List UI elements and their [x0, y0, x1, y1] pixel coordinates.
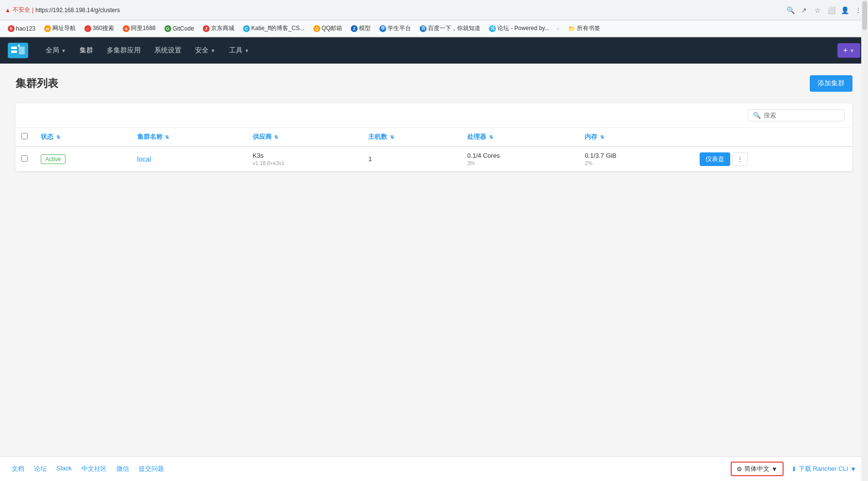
svg-rect-2: [11, 50, 17, 53]
nav-security-chevron: ▼: [211, 48, 215, 53]
app-container: 全局 ▼ 集群 多集群应用 系统设置 安全 ▼ 工具 ▼ +: [0, 37, 868, 481]
address-bar: ▲ 不安全 | https://192.168.198.14/g/cluster…: [0, 0, 868, 20]
nav-cluster[interactable]: 集群: [74, 43, 99, 58]
th-status[interactable]: 状态 ⇅: [35, 128, 131, 147]
bookmark-icon[interactable]: ☆: [813, 5, 822, 15]
cluster-table: 状态 ⇅ 集群名称 ⇅ 供应商 ⇅ 主机数 ⇅: [16, 128, 852, 171]
top-nav: 全局 ▼ 集群 多集群应用 系统设置 安全 ▼ 工具 ▼ +: [0, 37, 868, 64]
logo-icon: [8, 43, 28, 58]
browser-toolbar: 🔍 ↗ ☆ ⬜ 👤 ⋮: [786, 5, 863, 15]
bookmark-gitcode[interactable]: G GitCode: [162, 24, 197, 33]
bookmark-katie[interactable]: C Katie_ff的博客_CS...: [240, 23, 308, 33]
search-icon[interactable]: 🔍: [786, 5, 795, 15]
nav-tools-chevron: ▼: [245, 48, 249, 53]
footer-docs-link[interactable]: 文档: [12, 464, 24, 473]
settings-icon: ⚙: [737, 465, 742, 473]
logo-area: [8, 43, 28, 58]
footer-links: 文档 论坛 Slack 中文社区 微信 提交问题: [12, 464, 164, 473]
bookmark-allbooks[interactable]: 📁 所有书签: [565, 23, 603, 33]
th-provider[interactable]: 供应商 ⇅: [247, 128, 363, 147]
row-memory-cell: 0.1/3.7 GiB 2%: [579, 147, 694, 171]
bookmark-nav[interactable]: w 网址导航: [41, 23, 79, 33]
nav-items: 全局 ▼ 集群 多集群应用 系统设置 安全 ▼ 工具 ▼: [40, 43, 837, 58]
browser-chrome: ▲ 不安全 | https://192.168.198.14/g/cluster…: [0, 0, 868, 37]
warning-icon: ▲: [5, 7, 11, 14]
search-box: 🔍: [748, 109, 845, 121]
page-title: 集群列表: [16, 76, 58, 91]
dashboard-button[interactable]: 仪表盘: [700, 152, 730, 166]
memory-usage: 0.1/3.7 GiB: [585, 152, 688, 159]
provider-version: v1.18.8+k3s1: [253, 160, 357, 166]
status-badge: Active: [41, 154, 66, 164]
row-hosts-cell: 1: [362, 147, 461, 171]
add-cluster-button[interactable]: 添加集群: [810, 75, 852, 92]
row-cpu-cell: 0.1/4 Cores 3%: [461, 147, 579, 171]
bookmark-360[interactable]: ○ 360搜索: [82, 23, 117, 33]
table-toolbar: 🔍: [16, 103, 852, 128]
nav-security[interactable]: 安全 ▼: [189, 43, 221, 58]
bookmark-model[interactable]: Z 模型: [348, 23, 374, 33]
th-checkbox: [16, 128, 35, 147]
footer: 文档 论坛 Slack 中文社区 微信 提交问题 ⚙ 简体中文 ▼ ⬇ 下载 R…: [0, 456, 868, 481]
search-icon: 🔍: [753, 112, 761, 119]
nav-global[interactable]: 全局 ▼: [40, 43, 72, 58]
bookmarks-more: »: [556, 25, 559, 32]
nav-system-settings[interactable]: 系统设置: [148, 43, 187, 58]
nav-global-chevron: ▼: [61, 48, 66, 53]
cluster-name-link[interactable]: local: [137, 155, 151, 163]
th-actions: [694, 128, 852, 147]
bookmark-1688[interactable]: a 阿里1688: [120, 23, 159, 33]
footer-forum-link[interactable]: 论坛: [34, 464, 47, 473]
th-cpu[interactable]: 处理器 ⇅: [461, 128, 579, 147]
row-checkbox-cell: [16, 147, 35, 171]
language-selector[interactable]: ⚙ 简体中文 ▼: [731, 462, 784, 476]
separator: |: [32, 7, 33, 14]
footer-slack-link[interactable]: Slack: [56, 464, 72, 473]
cluster-table-container: 🔍 状态 ⇅ 集群名称: [16, 103, 852, 171]
table-row: Active local K3s v1.18.8+k3s1 1 0.1/4 Co…: [16, 147, 852, 171]
svg-rect-4: [18, 45, 20, 47]
memory-sort-icon: ⇅: [600, 134, 604, 140]
cpu-percent: 3%: [467, 160, 573, 166]
bookmark-baidu[interactable]: 百 百度一下，你就知道: [417, 23, 483, 33]
scrollbar-thumb[interactable]: [862, 1, 867, 30]
footer-chinese-community-link[interactable]: 中文社区: [82, 464, 107, 473]
bookmarks-bar: h hao123 w 网址导航 ○ 360搜索 a 阿里1688 G GitCo…: [0, 20, 868, 37]
status-sort-icon: ⇅: [56, 134, 60, 140]
row-status-cell: Active: [35, 147, 131, 171]
bookmark-jd[interactable]: J 京东商城: [200, 23, 237, 33]
nav-add-button[interactable]: + ▼: [837, 43, 860, 58]
bookmark-forum[interactable]: 论 论坛 - Powered by...: [486, 23, 552, 33]
provider-name: K3s: [253, 152, 357, 159]
download-icon: ⬇: [791, 465, 797, 473]
clustername-sort-icon: ⇅: [165, 134, 169, 140]
download-rancher-cli-button[interactable]: ⬇ 下载 Rancher CLI ▼: [791, 464, 856, 473]
select-all-checkbox[interactable]: [21, 133, 28, 139]
lang-chevron: ▼: [771, 465, 778, 473]
profile-icon[interactable]: 👤: [840, 5, 850, 15]
more-actions-button[interactable]: ⋮: [732, 152, 748, 166]
bookmark-qq[interactable]: Q QQ邮箱: [311, 23, 345, 33]
window-icon[interactable]: ⬜: [826, 5, 836, 15]
cpu-sort-icon: ⇅: [489, 134, 493, 140]
bookmark-hao123[interactable]: h hao123: [5, 24, 38, 33]
footer-wechat-link[interactable]: 微信: [116, 464, 129, 473]
th-cluster-name[interactable]: 集群名称 ⇅: [131, 128, 247, 147]
search-input[interactable]: [764, 112, 839, 119]
scrollbar-track: [861, 0, 868, 481]
share-icon[interactable]: ↗: [799, 5, 809, 15]
security-warning: ▲ 不安全 | https://192.168.198.14/g/cluster…: [5, 6, 120, 14]
footer-right: ⚙ 简体中文 ▼ ⬇ 下载 Rancher CLI ▼: [731, 462, 856, 476]
nav-add-chevron: ▼: [850, 48, 854, 53]
footer-issue-link[interactable]: 提交问题: [139, 464, 164, 473]
row-provider-cell: K3s v1.18.8+k3s1: [247, 147, 363, 171]
row-checkbox[interactable]: [21, 155, 28, 162]
svg-rect-3: [19, 47, 25, 54]
th-memory[interactable]: 内存 ⇅: [579, 128, 694, 147]
bookmark-student[interactable]: 学 学生平台: [377, 23, 414, 33]
nav-multi-cluster[interactable]: 多集群应用: [101, 43, 147, 58]
nav-tools[interactable]: 工具 ▼: [223, 43, 255, 58]
row-actions-cell: 仪表盘 ⋮: [694, 147, 852, 171]
nav-right: + ▼: [837, 43, 860, 58]
th-hosts[interactable]: 主机数 ⇅: [362, 128, 461, 147]
